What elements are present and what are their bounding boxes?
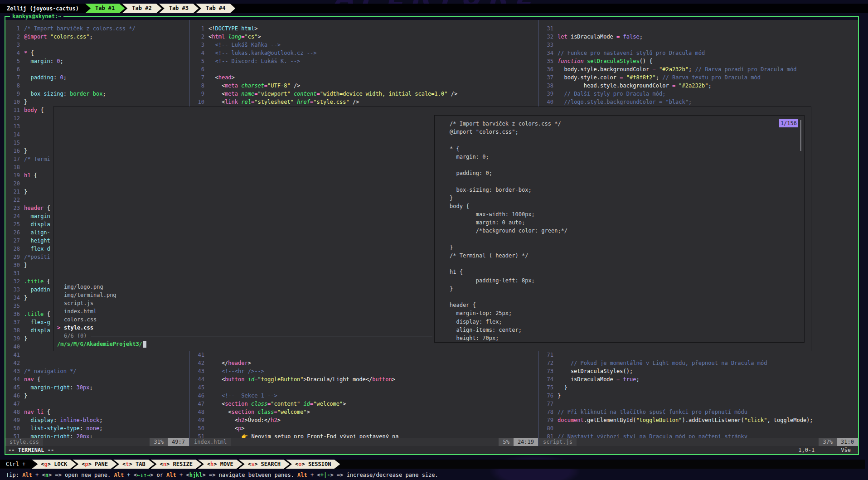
line-number: 49	[193, 416, 204, 424]
keybind-resize[interactable]: <n> RESIZE	[151, 460, 202, 469]
keybind-search[interactable]: <s> SEARCH	[239, 460, 290, 469]
line-number: 79	[542, 416, 553, 424]
code-token: ;	[90, 384, 93, 391]
line-number: 31	[542, 24, 553, 33]
code-token: :	[53, 74, 60, 81]
code-token: .title	[24, 278, 44, 285]
code-token: }	[24, 262, 27, 268]
statusline-position: 31:0	[837, 438, 858, 446]
tip-text: > => open new pane.	[48, 471, 114, 479]
code-token: ;	[708, 82, 711, 89]
line-number: 39	[8, 335, 20, 343]
code-line: 39 // Další styly pro Dracula mód;	[539, 90, 858, 98]
code-token	[24, 213, 30, 219]
wallpaper-text: APERTURE	[333, 0, 538, 1]
keybind-move[interactable]: <h> MOVE	[198, 460, 242, 469]
code-token: header	[24, 205, 44, 211]
keybind-tab[interactable]: <t> TAB	[113, 460, 155, 469]
statusline-position: 49:7	[168, 438, 189, 446]
code-token: rel	[241, 99, 251, 105]
code-line: 71	[539, 351, 858, 359]
code-line: 2<html lang="cs">	[190, 33, 538, 41]
statusline-index.html: index.html5%24:19	[190, 438, 538, 446]
tab-tab-3[interactable]: Tab #3	[159, 4, 199, 13]
picker-item[interactable]: index.html	[57, 307, 434, 315]
picker-prompt-row[interactable]: /m/s/M/G/AkademieProjekt3/	[57, 340, 434, 348]
line-number: 32	[542, 33, 553, 41]
picker-selection-marker	[57, 299, 64, 307]
preview-scrollbar[interactable]	[800, 120, 801, 151]
code-token: body.style.color	[558, 74, 620, 81]
code-token: ;	[656, 74, 662, 81]
code-token: {	[30, 172, 37, 179]
tip-alt-key: Alt	[114, 471, 124, 479]
code-line: 76}	[539, 392, 858, 400]
picker-selection-marker: >	[57, 324, 64, 332]
preview-line: header {	[450, 301, 804, 309]
line-number: 9	[193, 90, 204, 98]
code-token: =	[241, 34, 244, 40]
code-token: paddin	[30, 286, 50, 293]
picker-item[interactable]: script.js	[57, 299, 434, 307]
code-line: 35function setDraculaStyles() {	[539, 57, 858, 65]
code-line: 45	[190, 383, 538, 392]
keybind-lock[interactable]: <g> LOCK	[32, 460, 76, 469]
code-line: 7 padding: 0;	[5, 73, 189, 82]
code-token	[24, 327, 30, 334]
picker-item[interactable]: colors.css	[57, 315, 434, 324]
code-token	[209, 368, 222, 374]
code-token: {	[44, 205, 50, 211]
tab-tab-1[interactable]: Tab #1	[85, 4, 125, 13]
line-number: 20	[8, 179, 20, 188]
code-line: 49 display: inline-block;	[5, 416, 189, 424]
picker-item[interactable]: img/terminal.png	[57, 291, 434, 299]
picker-prompt-path: /m/s/M/G/AkademieProjekt3/	[57, 340, 142, 348]
line-number: 7	[8, 73, 20, 82]
code-token: "style.css"	[313, 99, 349, 105]
code-token: 👉 Neovim setup pro Front-End vývoj posta…	[209, 433, 399, 438]
code-token: // Barva pozadí pro Dracula mód	[695, 66, 796, 73]
line-number: 45	[193, 383, 204, 392]
terminal-screen: APERTURE Zellij (joyous-cactus) Tab #1Ta…	[0, 0, 868, 480]
code-line: 75 }	[539, 383, 858, 392]
preview-line: /* Terminal ( header) */	[450, 252, 804, 260]
code-token: html	[212, 34, 225, 40]
code-token: >	[392, 376, 395, 383]
picker-info-separator	[91, 336, 432, 336]
code-token	[209, 58, 215, 64]
line-number: 6	[8, 65, 20, 73]
code-token: () {	[640, 58, 653, 64]
code-line: 3	[5, 41, 189, 49]
code-token	[291, 91, 294, 97]
picker-item-label: img/logo.png	[64, 283, 103, 291]
line-number: 6	[193, 65, 204, 73]
line-number: 26	[8, 228, 20, 237]
line-number: 40	[8, 343, 20, 351]
picker-item[interactable]: >style.css	[57, 324, 434, 332]
keybind-session[interactable]: <o> SESSION	[286, 460, 340, 469]
line-number: 7	[193, 73, 204, 82]
code-token	[24, 319, 30, 325]
code-token: >	[232, 74, 235, 81]
code-line: 42	[5, 359, 189, 367]
code-token: list-style-type	[30, 425, 79, 432]
code-line: 8	[5, 82, 189, 90]
code-token: @import	[24, 34, 47, 40]
code-token: ;	[90, 433, 93, 438]
tab-tab-2[interactable]: Tab #2	[122, 4, 161, 13]
line-number: 74	[542, 375, 553, 383]
code-token	[558, 99, 564, 105]
code-line: 46}	[5, 392, 189, 400]
code-line: 3 <!-- Lukáš Kaňka -->	[190, 41, 538, 49]
preview-line: height: 70px;	[450, 334, 804, 342]
code-token: {	[44, 278, 50, 285]
code-token: // Funkce pro nastavení stylů pro Dracul…	[558, 50, 705, 56]
code-token: />	[447, 91, 457, 97]
picker-selection-marker	[57, 283, 64, 291]
picker-item[interactable]: img/logo.png	[57, 283, 434, 291]
tab-tab-4[interactable]: Tab #4	[196, 4, 235, 13]
code-token: document	[558, 417, 584, 423]
keybind-pane[interactable]: <p> PANE	[73, 460, 117, 469]
code-token: isDraculaMode	[567, 34, 616, 40]
code-token: // Barva textu pro Dracula mód	[662, 74, 761, 81]
